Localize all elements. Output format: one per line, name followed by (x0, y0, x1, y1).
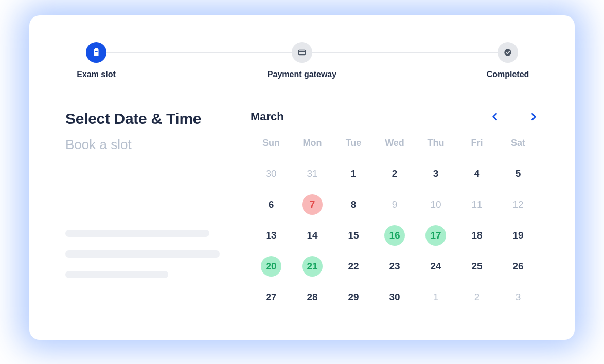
calendar-day[interactable]: 26 (498, 254, 539, 278)
step-completed[interactable]: Completed (477, 42, 539, 79)
calendar: March SunMonTueWedThuFriSat3031123456789… (251, 110, 539, 309)
calendar-day[interactable]: 13 (251, 224, 292, 247)
step-label: Payment gateway (268, 70, 336, 79)
main-content: Select Date & Time Book a slot March Sun… (65, 110, 539, 309)
step-exam-slot[interactable]: Exam slot (65, 42, 127, 79)
calendar-day-number: 17 (425, 225, 446, 246)
calendar-day[interactable]: 11 (456, 193, 498, 216)
calendar-day[interactable]: 24 (415, 254, 456, 278)
calendar-day-number: 31 (302, 163, 323, 184)
step-label: Exam slot (77, 70, 116, 79)
calendar-day-number: 10 (425, 194, 446, 215)
calendar-day[interactable]: 16 (374, 224, 415, 247)
step-payment-gateway[interactable]: Payment gateway (268, 42, 336, 79)
calendar-day[interactable]: 2 (456, 285, 498, 309)
calendar-day[interactable]: 30 (251, 162, 292, 186)
day-of-week-header: Sun (251, 138, 292, 155)
calendar-day[interactable]: 15 (333, 224, 374, 247)
calendar-day[interactable]: 2 (374, 162, 415, 186)
calendar-nav (490, 112, 539, 122)
calendar-day-number: 27 (261, 287, 281, 307)
calendar-day-number: 20 (261, 256, 281, 277)
calendar-day-number: 1 (425, 287, 446, 307)
skeleton-line (65, 271, 168, 278)
svg-point-4 (504, 49, 511, 56)
calendar-day[interactable]: 19 (498, 224, 539, 247)
calendar-day[interactable]: 14 (292, 224, 333, 247)
calendar-day[interactable]: 17 (415, 224, 456, 247)
calendar-day-number: 3 (425, 163, 446, 184)
calendar-day-number: 24 (425, 256, 446, 277)
calendar-day-number: 21 (302, 256, 323, 277)
calendar-day[interactable]: 21 (292, 254, 333, 278)
calendar-month: March (251, 110, 284, 123)
calendar-day[interactable]: 9 (374, 193, 415, 216)
calendar-day-number: 12 (508, 194, 528, 215)
day-of-week-header: Thu (415, 138, 456, 155)
day-of-week-header: Tue (333, 138, 374, 155)
skeleton-line (65, 230, 209, 237)
step-label: Completed (487, 70, 529, 79)
calendar-day-number: 8 (343, 194, 364, 215)
calendar-header: March (251, 110, 539, 123)
svg-rect-1 (95, 48, 98, 50)
skeleton-line (65, 250, 220, 258)
calendar-day-number: 29 (343, 287, 364, 307)
calendar-day-number: 15 (343, 225, 364, 246)
calendar-day[interactable]: 30 (374, 285, 415, 309)
calendar-day[interactable]: 23 (374, 254, 415, 278)
calendar-grid: SunMonTueWedThuFriSat3031123456789101112… (251, 138, 539, 309)
calendar-day-number: 13 (261, 225, 281, 246)
calendar-day-number: 23 (384, 256, 405, 277)
calendar-day-number: 5 (508, 163, 528, 184)
chevron-right-icon (528, 112, 539, 122)
calendar-day-number: 14 (302, 225, 323, 246)
calendar-day[interactable]: 29 (333, 285, 374, 309)
calendar-day[interactable]: 22 (333, 254, 374, 278)
day-of-week-header: Mon (292, 138, 333, 155)
calendar-day[interactable]: 18 (456, 224, 498, 247)
stepper: Exam slot Payment gateway Completed (65, 42, 539, 79)
calendar-day-number: 9 (384, 194, 405, 215)
calendar-day[interactable]: 1 (333, 162, 374, 186)
day-of-week-header: Fri (456, 138, 498, 155)
page-title: Select Date & Time (65, 110, 230, 128)
calendar-day-number: 1 (343, 163, 364, 184)
calendar-day[interactable]: 7 (292, 193, 333, 216)
calendar-day[interactable]: 4 (456, 162, 498, 186)
calendar-day[interactable]: 5 (498, 162, 539, 186)
calendar-day[interactable]: 31 (292, 162, 333, 186)
calendar-day-number: 30 (384, 287, 405, 307)
prev-month-button[interactable] (490, 112, 500, 122)
calendar-day[interactable]: 8 (333, 193, 374, 216)
chevron-left-icon (490, 112, 500, 122)
calendar-day-number: 25 (467, 256, 487, 277)
calendar-day-number: 22 (343, 256, 364, 277)
calendar-day[interactable]: 3 (498, 285, 539, 309)
calendar-day[interactable]: 28 (292, 285, 333, 309)
day-of-week-header: Sat (498, 138, 539, 155)
page-subtitle: Book a slot (65, 137, 230, 153)
calendar-day[interactable]: 10 (415, 193, 456, 216)
next-month-button[interactable] (528, 112, 539, 122)
check-icon (498, 42, 518, 63)
calendar-day-number: 11 (467, 194, 487, 215)
calendar-day[interactable]: 6 (251, 193, 292, 216)
calendar-day[interactable]: 12 (498, 193, 539, 216)
calendar-day-number: 16 (384, 225, 405, 246)
calendar-day[interactable]: 27 (251, 285, 292, 309)
calendar-day[interactable]: 3 (415, 162, 456, 186)
calendar-day-number: 26 (508, 256, 528, 277)
clipboard-icon (86, 42, 106, 63)
calendar-day-number: 30 (261, 163, 281, 184)
card-icon (292, 42, 312, 63)
calendar-day-number: 6 (261, 194, 281, 215)
calendar-day[interactable]: 25 (456, 254, 498, 278)
calendar-day-number: 18 (467, 225, 487, 246)
calendar-day-number: 28 (302, 287, 323, 307)
calendar-day[interactable]: 1 (415, 285, 456, 309)
calendar-day-number: 2 (467, 287, 487, 307)
calendar-day-number: 3 (508, 287, 528, 307)
left-panel: Select Date & Time Book a slot (65, 110, 230, 309)
calendar-day[interactable]: 20 (251, 254, 292, 278)
